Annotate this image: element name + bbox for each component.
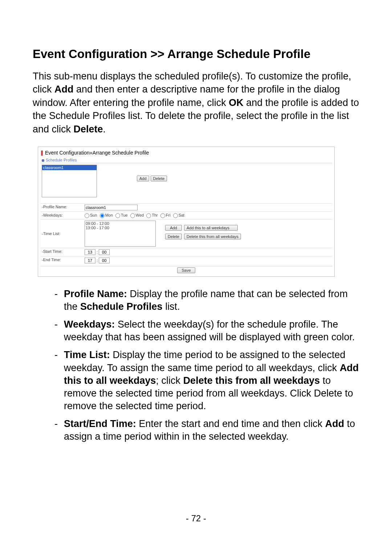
bullet-label: Start/End Time: (64, 418, 139, 429)
bold-add: Add (54, 84, 73, 95)
radio-label: Mon (105, 213, 113, 217)
radio-sun[interactable] (85, 213, 89, 218)
profiles-add-button[interactable]: Add (137, 176, 149, 181)
weekday-sat[interactable]: Sat (173, 213, 185, 217)
label-start-time: -Start Time: (40, 248, 83, 256)
time-add-all-weekdays-button[interactable]: Add this to all weekdays (184, 225, 238, 231)
weekday-wed[interactable]: Wed (130, 213, 144, 217)
radio-sat[interactable] (173, 213, 178, 218)
end-hour-input[interactable] (85, 258, 95, 263)
time-delete-button[interactable]: Delete (165, 234, 182, 239)
text: list. (163, 301, 180, 312)
text: . (103, 124, 106, 135)
profile-name-input[interactable] (85, 205, 138, 210)
figure-title: Event Configuration»Arrange Schedule Pro… (40, 149, 332, 158)
save-button[interactable]: Save (177, 267, 195, 273)
bold-delete-all: Delete this from all weekdays (183, 375, 320, 386)
weekdays-radio-group: Sun Mon Tue Wed Thr Fri Sat (83, 212, 332, 219)
radio-thr[interactable] (146, 213, 151, 218)
weekday-thr[interactable]: Thr (146, 213, 158, 217)
radio-label: Fri (166, 213, 171, 217)
weekday-fri[interactable]: Fri (160, 213, 171, 217)
label-weekdays: -Weekdays: (40, 212, 83, 219)
bold-schedule-profiles: Schedule Profiles (80, 301, 163, 312)
radio-label: Tue (121, 213, 128, 217)
bullet-time-list: Time List: Display the time period to be… (54, 349, 359, 412)
time-delete-all-weekdays-button[interactable]: Delete this from all weekdays (184, 234, 241, 239)
intro-paragraph: This sub-menu displays the scheduled pro… (33, 70, 359, 136)
label-profile-name: -Profile Name: (40, 204, 83, 212)
bullet-start-end-time: Start/End Time: Enter the start and end … (54, 418, 359, 443)
profiles-listbox-item-selected[interactable]: classroom1 (42, 165, 97, 170)
description-list: Profile Name: Display the profile name t… (33, 288, 359, 443)
end-minute-input[interactable] (99, 258, 110, 263)
radio-fri[interactable] (160, 213, 165, 218)
section-header-schedule-profiles: Schedule Profiles (40, 158, 332, 163)
radio-label: Thr (152, 213, 158, 217)
bullet-weekdays: Weekdays: Select the weekday(s) for the … (54, 318, 359, 344)
bullet-label: Profile Name: (64, 288, 130, 299)
page-number: - 72 - (0, 513, 392, 523)
radio-tue[interactable] (115, 213, 120, 218)
text: Enter the start and end time and then cl… (139, 418, 325, 429)
radio-label: Sun (90, 213, 97, 217)
radio-mon[interactable] (100, 213, 105, 218)
time-list-box[interactable]: 09:00 - 12:00 13:00 - 17:00 (85, 221, 156, 247)
accent-bar-icon (41, 151, 43, 156)
start-minute-input[interactable] (99, 249, 110, 255)
page-heading: Event Configuration >> Arrange Schedule … (33, 47, 359, 61)
time-add-button[interactable]: Add (165, 225, 182, 231)
figure-title-text: Event Configuration»Arrange Schedule Pro… (45, 150, 149, 156)
label-end-time: -End Time: (40, 256, 83, 265)
radio-label: Wed (136, 213, 144, 217)
bullet-label: Weekdays: (64, 319, 118, 330)
profiles-delete-button[interactable]: Delete (151, 176, 167, 181)
start-hour-input[interactable] (85, 249, 95, 255)
text: ; click (156, 375, 183, 386)
weekday-sun[interactable]: Sun (85, 213, 97, 217)
bullet-profile-name: Profile Name: Display the profile name t… (54, 288, 359, 313)
radio-label: Sat (179, 213, 185, 217)
bold-add: Add (325, 418, 344, 429)
bold-ok: OK (229, 97, 244, 108)
weekday-mon[interactable]: Mon (100, 213, 113, 217)
profiles-listbox[interactable]: classroom1 (42, 165, 97, 197)
bold-delete: Delete (74, 124, 103, 135)
schedule-profile-figure: Event Configuration»Arrange Schedule Pro… (38, 147, 335, 277)
weekday-tue[interactable]: Tue (115, 213, 128, 217)
radio-wed[interactable] (130, 213, 135, 218)
bullet-label: Time List: (64, 349, 113, 360)
label-time-list: -Time List: (40, 219, 83, 248)
